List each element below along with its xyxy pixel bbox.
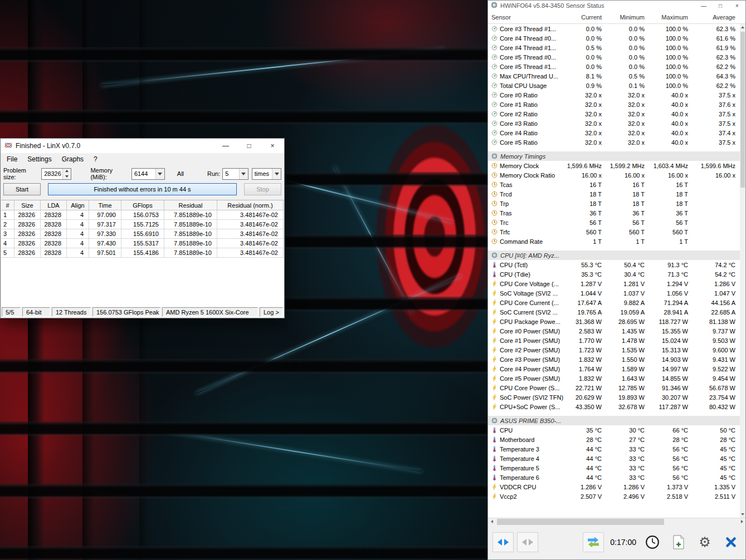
sensor-row[interactable]: VDDCR CPU1.286 V1.286 V1.373 V1.335 V: [488, 482, 740, 492]
sensor-row[interactable]: Core #5 Ratio32.0 x32.0 x40.0 x37.5 x: [488, 137, 740, 147]
sensor-row[interactable]: CPU35 °C30 °C66 °C50 °C: [488, 425, 740, 435]
logging-start-button[interactable]: [669, 532, 689, 553]
sensor-row[interactable]: Trfc560 T560 T560 T: [488, 227, 740, 237]
col-average[interactable]: Average: [688, 14, 735, 21]
sensor-row[interactable]: Core #1 Ratio32.0 x32.0 x40.0 x37.6 x: [488, 100, 740, 109]
spinner-arrows-icon[interactable]: [62, 169, 71, 179]
clock-button[interactable]: [642, 532, 662, 553]
status-cpu-name: AMD Ryzen 5 1600X Six-Core: [162, 307, 258, 317]
hwinfo-minimize-button[interactable]: —: [695, 1, 712, 11]
sensor-row[interactable]: SoC Power (SVI2 TFN)20.629 W19.893 W30.2…: [488, 392, 740, 402]
sensor-row[interactable]: SoC Voltage (SVI2 ...1.044 V1.037 V1.056…: [488, 288, 740, 298]
stop-button[interactable]: Stop: [244, 183, 281, 195]
col-sensor[interactable]: Sensor: [491, 14, 565, 21]
log-toggle-button[interactable]: Log >: [260, 307, 283, 317]
sensor-row[interactable]: Core #1 Power (SMU)1.770 W1.478 W15.024 …: [488, 336, 740, 345]
col-maximum[interactable]: Maximum: [645, 14, 688, 21]
vertical-scrollbar[interactable]: [740, 24, 745, 518]
sensor-row[interactable]: CPU Core Voltage (...1.287 V1.281 V1.294…: [488, 279, 740, 288]
sensor-row[interactable]: Core #0 Ratio32.0 x32.0 x40.0 x37.5 x: [488, 90, 740, 100]
col-current[interactable]: Current: [565, 14, 602, 21]
horizontal-scroll-thumb[interactable]: [497, 519, 664, 525]
chevron-down-icon[interactable]: [272, 169, 281, 179]
sensor-row[interactable]: Core #4 Power (SMU)1.764 W1.589 W14.997 …: [488, 364, 740, 374]
linx-titlebar[interactable]: Finished - LinX v0.7.0 — □ ×: [1, 139, 284, 153]
chevron-down-icon[interactable]: [239, 169, 248, 179]
sensor-row[interactable]: Core #4 Thread #0...0.0 %0.0 %100.0 %61.…: [488, 33, 740, 43]
sensor-row[interactable]: Memory Clock1,599.6 MHz1,599.2 MHz1,603.…: [488, 161, 740, 170]
sensor-row[interactable]: Temperature 644 °C33 °C56 °C45 °C: [488, 473, 740, 482]
sensor-row[interactable]: SoC Current (SVI2 ...19.765 A19.059 A28.…: [488, 307, 740, 317]
sensor-row[interactable]: CPU (Tctl)55.3 °C50.4 °C91.3 °C74.2 °C: [488, 260, 740, 269]
sensor-row[interactable]: Core #3 Ratio32.0 x32.0 x40.0 x37.5 x: [488, 119, 740, 128]
thermo-icon: [490, 465, 499, 471]
linx-maximize-button[interactable]: □: [237, 139, 261, 153]
sensor-row[interactable]: CPU Core Power (S...22.721 W12.785 W91.3…: [488, 383, 740, 392]
sensor-row[interactable]: Tras36 T36 T36 T: [488, 208, 740, 218]
sensor-row[interactable]: Core #0 Power (SMU)2.583 W1.435 W15.355 …: [488, 326, 740, 336]
scroll-right-icon[interactable]: [738, 518, 745, 525]
menu-help[interactable]: ?: [89, 155, 103, 163]
sensor-row[interactable]: Core #5 Power (SMU)1.832 W1.643 W14.855 …: [488, 374, 740, 383]
linx-close-button[interactable]: ×: [261, 139, 284, 153]
sensor-row[interactable]: Core #2 Power (SMU)1.723 W1.535 W15.313 …: [488, 345, 740, 355]
sensor-row[interactable]: CPU (Tdie)35.3 °C30.4 °C71.3 °C54.2 °C: [488, 269, 740, 279]
nav-back-forward-button[interactable]: [493, 532, 514, 552]
start-button[interactable]: Start: [3, 183, 41, 195]
sensor-row[interactable]: Motherboard28 °C27 °C28 °C28 °C: [488, 435, 740, 444]
sensor-row[interactable]: Trcd18 T18 T18 T: [488, 189, 740, 199]
sensor-row[interactable]: Max CPU/Thread U...8.1 %0.5 %100.0 %64.3…: [488, 71, 740, 81]
all-memory-button[interactable]: All: [177, 170, 184, 177]
result-cell: 155.7125: [121, 220, 164, 229]
sensor-row[interactable]: CPU Package Powe...31.368 W28.695 W118.7…: [488, 317, 740, 326]
scroll-left-icon[interactable]: [488, 518, 495, 525]
sensor-row[interactable]: Vccp22.507 V2.496 V2.518 V2.511 V: [488, 492, 740, 501]
progress-bar: Finished without errors in 10 m 44 s: [48, 183, 237, 195]
sensor-row[interactable]: Memory Clock Ratio16.00 x16.00 x16.00 x1…: [488, 170, 740, 180]
sensor-row[interactable]: Temperature 444 °C33 °C56 °C45 °C: [488, 454, 740, 463]
memory-select[interactable]: 6144: [131, 168, 165, 180]
sensor-row[interactable]: Core #5 Thread #1...0.0 %0.0 %100.0 %62.…: [488, 62, 740, 71]
nav-back-forward-disabled-button[interactable]: [517, 532, 538, 552]
scroll-up-icon[interactable]: [740, 24, 745, 31]
col-header-residual: Residual: [164, 200, 217, 210]
sensor-row[interactable]: Temperature 344 °C33 °C56 °C45 °C: [488, 444, 740, 454]
menu-graphs[interactable]: Graphs: [57, 155, 89, 163]
sensor-value: 32.0 x: [565, 111, 602, 117]
settings-button[interactable]: ⚙: [695, 532, 715, 553]
hwinfo-maximize-button[interactable]: □: [712, 1, 729, 11]
problem-size-spinner[interactable]: 28326: [41, 168, 71, 180]
run-count-select[interactable]: 5: [222, 168, 248, 180]
sensor-value: 22.685 A: [688, 309, 735, 316]
horizontal-scrollbar[interactable]: [488, 518, 745, 525]
sensor-row[interactable]: Core #4 Ratio32.0 x32.0 x40.0 x37.4 x: [488, 128, 740, 137]
hwinfo-titlebar[interactable]: HWiNFO64 v5.84-3450 Sensor Status — □ ×: [488, 1, 745, 11]
sensor-row[interactable]: Total CPU Usage0.9 %0.1 %100.0 %62.2 %: [488, 81, 740, 90]
col-minimum[interactable]: Minimum: [602, 14, 645, 21]
sensor-label: Core #3 Thread #1...: [500, 26, 565, 32]
sensor-row[interactable]: Core #3 Thread #1...0.0 %0.0 %100.0 %62.…: [488, 24, 740, 33]
sensor-row[interactable]: CPU Core Current (...17.647 A9.882 A71.2…: [488, 298, 740, 307]
sensor-row[interactable]: Core #5 Thread #0...0.0 %0.0 %100.0 %62.…: [488, 52, 740, 62]
run-units-select[interactable]: times: [252, 168, 281, 180]
reset-values-button[interactable]: [583, 532, 604, 552]
chevron-down-icon[interactable]: [155, 169, 164, 179]
col-header-lda: LDA: [41, 200, 67, 210]
linx-minimize-button[interactable]: —: [214, 139, 237, 153]
vertical-scroll-thumb[interactable]: [740, 32, 745, 188]
sensor-row[interactable]: Trc56 T56 T56 T: [488, 218, 740, 227]
sensor-row[interactable]: CPU+SoC Power (S...43.350 W32.678 W117.2…: [488, 402, 740, 411]
sensor-row[interactable]: Core #4 Thread #1...0.5 %0.0 %100.0 %61.…: [488, 43, 740, 52]
sensor-row[interactable]: Core #3 Power (SMU)1.832 W1.550 W14.903 …: [488, 355, 740, 364]
sensor-row[interactable]: Core #2 Ratio32.0 x32.0 x40.0 x37.5 x: [488, 109, 740, 119]
menu-file[interactable]: File: [2, 155, 22, 163]
sensor-row[interactable]: Tcas16 T16 T16 T: [488, 180, 740, 189]
sensor-row[interactable]: Command Rate1 T1 T1 T: [488, 237, 740, 246]
scroll-down-icon[interactable]: [740, 511, 745, 518]
hwinfo-close-button[interactable]: ×: [729, 1, 745, 11]
close-sensors-button[interactable]: [721, 532, 741, 553]
sensor-row[interactable]: Trp18 T18 T18 T: [488, 199, 740, 208]
menu-settings[interactable]: Settings: [22, 155, 56, 163]
gear-icon: ⚙: [699, 536, 711, 549]
sensor-row[interactable]: Temperature 544 °C33 °C56 °C45 °C: [488, 463, 740, 473]
